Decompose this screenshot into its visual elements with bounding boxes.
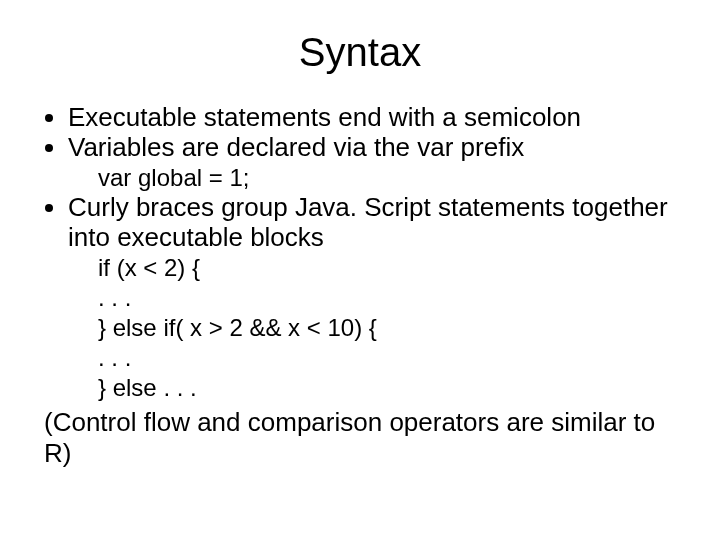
code-line-3: } else if( x > 2 && x < 10) { xyxy=(98,313,680,343)
bullet-list-2: Curly braces group Java. Script statemen… xyxy=(68,193,680,253)
bullet-item-3: Curly braces group Java. Script statemen… xyxy=(68,193,680,253)
bullet-item-2: Variables are declared via the var prefi… xyxy=(68,133,680,163)
code-sub-1: var global = 1; xyxy=(98,163,680,193)
code-line-2: . . . xyxy=(98,283,680,313)
slide-title: Syntax xyxy=(40,30,680,75)
slide: Syntax Executable statements end with a … xyxy=(0,0,720,540)
code-line-1: if (x < 2) { xyxy=(98,253,680,283)
code-line-5: } else . . . xyxy=(98,373,680,403)
footer-note: (Control flow and comparison operators a… xyxy=(44,407,680,469)
bullet-list: Executable statements end with a semicol… xyxy=(68,103,680,163)
bullet-item-1: Executable statements end with a semicol… xyxy=(68,103,680,133)
code-line-4: . . . xyxy=(98,343,680,373)
